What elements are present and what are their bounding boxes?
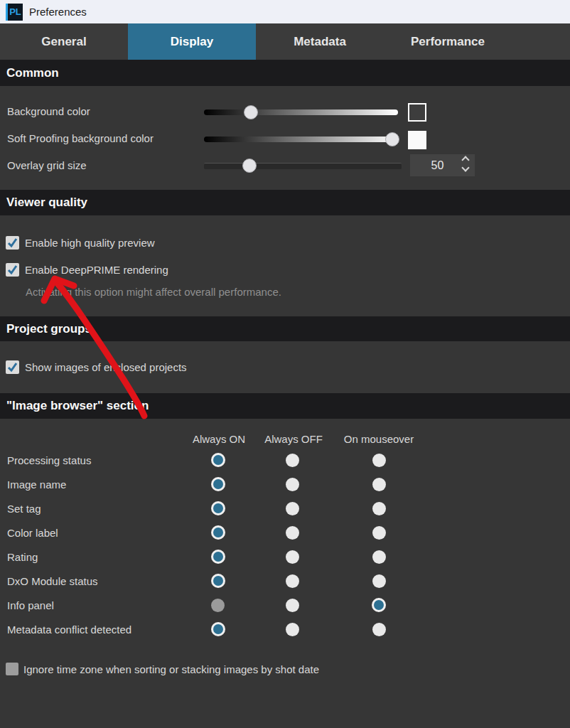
slider-track — [204, 163, 402, 169]
radio-metadata-conflict-always-off[interactable] — [286, 623, 299, 636]
checkmark-icon — [6, 263, 19, 277]
column-header-always-on: Always ON — [193, 433, 245, 445]
section-header-project-groups: Project groups — [0, 316, 570, 341]
radio-processing-status-mouseover[interactable] — [372, 454, 386, 467]
softproof-color-slider[interactable] — [204, 132, 398, 146]
slider-track — [204, 136, 398, 142]
overlay-grid-size-slider[interactable] — [204, 159, 402, 173]
overlay-grid-size-label: Overlay grid size — [7, 159, 87, 171]
overlay-grid-size-input[interactable]: 50 — [410, 154, 475, 176]
deepprime-note: Activating this option might affect over… — [26, 286, 281, 298]
radio-info-panel-always-on — [211, 599, 225, 612]
section-header-viewer-quality: Viewer quality — [0, 190, 570, 215]
radio-color-label-always-off[interactable] — [286, 526, 299, 540]
tab-bar: General Display Metadata Performance — [0, 23, 570, 60]
radio-processing-status-always-off[interactable] — [286, 454, 299, 467]
window-title: Preferences — [29, 6, 87, 18]
row-label-color-label: Color label — [7, 527, 58, 539]
radio-image-name-always-on[interactable] — [211, 477, 225, 491]
radio-metadata-conflict-always-on[interactable] — [211, 622, 225, 636]
slider-thumb[interactable] — [244, 105, 258, 119]
checkmark-icon — [6, 236, 19, 250]
radio-processing-status-always-on[interactable] — [211, 453, 225, 467]
radio-info-panel-mouseover[interactable] — [372, 598, 386, 612]
enable-deepprime-label: Enable DeepPRIME rendering — [25, 264, 168, 276]
slider-thumb[interactable] — [242, 159, 257, 173]
radio-metadata-conflict-mouseover[interactable] — [372, 623, 386, 636]
radio-color-label-always-on[interactable] — [211, 525, 225, 540]
spinner-up-icon[interactable] — [461, 156, 469, 164]
background-color-label: Background color — [7, 105, 90, 117]
radio-image-name-mouseover[interactable] — [372, 478, 386, 491]
radio-dxo-module-always-off[interactable] — [286, 574, 299, 588]
radio-set-tag-mouseover[interactable] — [372, 502, 386, 515]
radio-set-tag-always-off[interactable] — [286, 502, 299, 515]
slider-thumb[interactable] — [385, 132, 399, 146]
section-header-common: Common — [0, 60, 570, 86]
tab-general[interactable]: General — [0, 23, 128, 60]
title-bar: PL Preferences — [0, 0, 570, 23]
slider-track — [204, 109, 398, 115]
radio-rating-mouseover[interactable] — [372, 550, 386, 564]
column-header-always-off: Always OFF — [264, 433, 323, 445]
show-enclosed-projects-label: Show images of enclosed projects — [25, 361, 187, 373]
radio-set-tag-always-on[interactable] — [211, 501, 225, 515]
radio-dxo-module-always-on[interactable] — [211, 574, 225, 588]
row-label-rating: Rating — [7, 551, 38, 563]
enable-hq-preview-checkbox[interactable] — [6, 236, 19, 250]
radio-info-panel-always-off[interactable] — [286, 599, 299, 612]
enable-deepprime-checkbox[interactable] — [6, 263, 19, 277]
radio-rating-always-off[interactable] — [286, 550, 299, 564]
row-label-processing-status: Processing status — [7, 454, 91, 466]
ignore-timezone-checkbox[interactable] — [6, 663, 18, 675]
section-header-image-browser: "Image browser" section — [0, 393, 570, 419]
background-color-swatch[interactable] — [408, 103, 426, 122]
checkmark-icon — [6, 360, 19, 374]
row-label-dxo-module-status: DxO Module status — [7, 575, 98, 587]
row-label-metadata-conflict: Metadata conflict detected — [7, 623, 131, 636]
softproof-color-swatch[interactable] — [408, 131, 426, 149]
tab-metadata[interactable]: Metadata — [256, 23, 384, 60]
radio-color-label-mouseover[interactable] — [372, 526, 386, 540]
show-enclosed-projects-checkbox[interactable] — [6, 360, 19, 374]
radio-dxo-module-mouseover[interactable] — [372, 574, 386, 588]
radio-rating-always-on[interactable] — [211, 550, 225, 564]
ignore-timezone-label: Ignore time zone when sorting or stackin… — [23, 663, 319, 675]
softproof-color-label: Soft Proofing background color — [7, 132, 154, 144]
background-color-slider[interactable] — [204, 105, 398, 119]
preferences-window: PL Preferences General Display Metadata … — [0, 0, 570, 728]
row-label-info-panel: Info panel — [7, 599, 54, 611]
row-label-set-tag: Set tag — [7, 503, 41, 515]
enable-hq-preview-label: Enable high quality preview — [25, 237, 155, 249]
tab-display[interactable]: Display — [128, 23, 256, 60]
row-label-image-name: Image name — [7, 478, 66, 491]
tab-performance[interactable]: Performance — [384, 23, 512, 60]
radio-image-name-always-off[interactable] — [286, 478, 299, 491]
app-logo-icon: PL — [6, 4, 23, 21]
spinner-down-icon[interactable] — [461, 164, 469, 171]
column-header-on-mouseover: On mouseover — [344, 433, 414, 445]
